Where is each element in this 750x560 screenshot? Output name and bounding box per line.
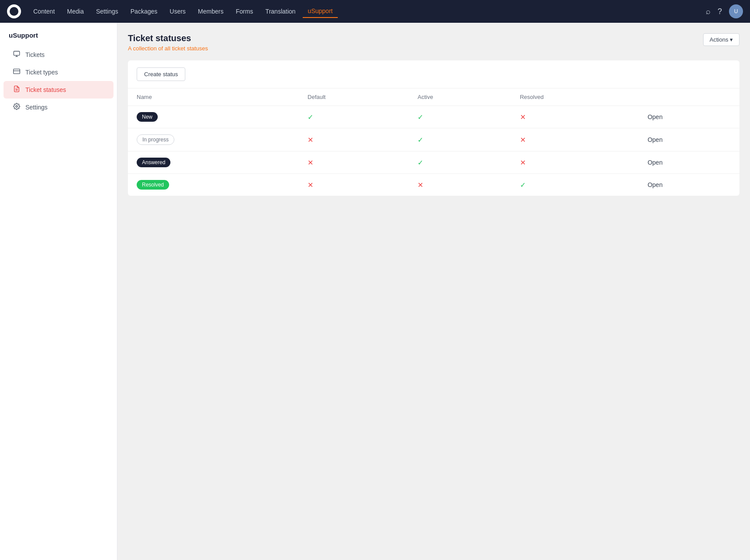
- nav-content[interactable]: Content: [28, 5, 60, 18]
- user-avatar[interactable]: U: [729, 4, 743, 18]
- sidebar-item-ticket-statuses[interactable]: Ticket statuses: [4, 81, 113, 99]
- table-row: Resolved ✕ ✕ ✓ Open: [128, 174, 739, 196]
- tickets-icon: [12, 50, 21, 59]
- cross-icon: ✕: [520, 159, 526, 166]
- default-cell-answered: ✕: [299, 151, 409, 174]
- page-subtitle: A collection of all ticket statuses: [128, 45, 208, 52]
- nav-users[interactable]: Users: [164, 5, 191, 18]
- check-icon: ✓: [417, 136, 423, 144]
- resolved-cell-in-progress: ✕: [511, 128, 639, 151]
- search-icon[interactable]: ⌕: [706, 7, 711, 16]
- nav-forms[interactable]: Forms: [230, 5, 258, 18]
- sidebar-item-settings[interactable]: Settings: [4, 99, 113, 116]
- active-cell-resolved: ✕: [409, 174, 511, 196]
- nav-usupport[interactable]: uSupport: [303, 5, 338, 18]
- cross-icon: ✕: [308, 136, 313, 144]
- check-icon: ✓: [417, 113, 423, 121]
- page-title: Ticket statuses: [128, 33, 208, 43]
- col-default: Default: [299, 88, 409, 106]
- default-cell-resolved: ✕: [299, 174, 409, 196]
- sidebar-item-settings-label: Settings: [25, 104, 48, 111]
- nav-media[interactable]: Media: [62, 5, 89, 18]
- settings-icon: [12, 103, 21, 112]
- actions-button[interactable]: Actions ▾: [703, 33, 739, 46]
- status-name-cell: Resolved: [128, 174, 299, 196]
- cross-icon: ✕: [308, 159, 313, 166]
- extra-cell-in-progress: Open: [639, 128, 739, 151]
- active-cell-answered: ✓: [409, 151, 511, 174]
- resolved-cell-resolved: ✓: [511, 174, 639, 196]
- help-icon[interactable]: ?: [718, 7, 722, 16]
- card-toolbar: Create status: [128, 60, 739, 88]
- cross-icon: ✕: [308, 181, 313, 189]
- top-nav: Content Media Settings Packages Users Me…: [0, 0, 750, 23]
- page-header-left: Ticket statuses A collection of all tick…: [128, 33, 208, 52]
- active-cell-new: ✓: [409, 106, 511, 128]
- check-icon: ✓: [417, 159, 423, 166]
- col-active: Active: [409, 88, 511, 106]
- main-content: Ticket statuses A collection of all tick…: [117, 23, 750, 560]
- sidebar-item-tickets-label: Tickets: [25, 51, 45, 58]
- status-badge-new: New: [137, 112, 158, 122]
- table-row: In progress ✕ ✓ ✕ Open: [128, 128, 739, 151]
- status-name-cell: In progress: [128, 128, 299, 151]
- svg-rect-0: [14, 51, 19, 55]
- ticket-types-icon: [12, 68, 21, 77]
- status-badge-answered: Answered: [137, 158, 170, 167]
- resolved-cell-new: ✕: [511, 106, 639, 128]
- extra-label: Open: [647, 181, 662, 188]
- nav-packages[interactable]: Packages: [125, 5, 163, 18]
- extra-cell-resolved: Open: [639, 174, 739, 196]
- extra-cell-answered: Open: [639, 151, 739, 174]
- cross-icon: ✕: [520, 113, 526, 121]
- svg-rect-1: [14, 69, 20, 74]
- sidebar-item-ticket-types[interactable]: Ticket types: [4, 63, 113, 81]
- sidebar-item-tickets[interactable]: Tickets: [4, 46, 113, 63]
- cross-icon: ✕: [520, 136, 526, 144]
- default-cell-in-progress: ✕: [299, 128, 409, 151]
- col-resolved: Resolved: [511, 88, 639, 106]
- extra-cell-new: Open: [639, 106, 739, 128]
- table-row: Answered ✕ ✓ ✕ Open: [128, 151, 739, 174]
- nav-settings[interactable]: Settings: [91, 5, 124, 18]
- check-icon: ✓: [520, 181, 526, 189]
- svg-point-5: [16, 106, 18, 107]
- extra-label: Open: [647, 113, 662, 120]
- ticket-statuses-icon: [12, 85, 21, 94]
- sidebar-item-ticket-statuses-label: Ticket statuses: [25, 86, 66, 93]
- create-status-button[interactable]: Create status: [137, 67, 185, 81]
- table-row: New ✓ ✓ ✕ Open: [128, 106, 739, 128]
- sidebar-item-ticket-types-label: Ticket types: [25, 69, 58, 76]
- nav-translation[interactable]: Translation: [260, 5, 301, 18]
- col-extra: [639, 88, 739, 106]
- extra-label: Open: [647, 136, 662, 143]
- app-logo[interactable]: [7, 4, 21, 18]
- status-name-cell: New: [128, 106, 299, 128]
- layout: uSupport Tickets Ticket types Ticket sta…: [0, 23, 750, 560]
- page-header: Ticket statuses A collection of all tick…: [128, 33, 739, 52]
- table-card: Create status Name Default Active Resolv…: [128, 60, 739, 196]
- cross-icon: ✕: [417, 181, 423, 189]
- default-cell-new: ✓: [299, 106, 409, 128]
- nav-icons: ⌕ ? U: [706, 4, 743, 18]
- status-badge-in-progress: In progress: [137, 134, 174, 145]
- status-name-cell: Answered: [128, 151, 299, 174]
- resolved-cell-answered: ✕: [511, 151, 639, 174]
- check-icon: ✓: [308, 113, 313, 121]
- status-badge-resolved: Resolved: [137, 180, 169, 190]
- active-cell-in-progress: ✓: [409, 128, 511, 151]
- sidebar-title: uSupport: [0, 32, 117, 46]
- sidebar: uSupport Tickets Ticket types Ticket sta…: [0, 23, 117, 560]
- extra-label: Open: [647, 159, 662, 166]
- statuses-table: Name Default Active Resolved New: [128, 88, 739, 196]
- col-name: Name: [128, 88, 299, 106]
- nav-members[interactable]: Members: [193, 5, 229, 18]
